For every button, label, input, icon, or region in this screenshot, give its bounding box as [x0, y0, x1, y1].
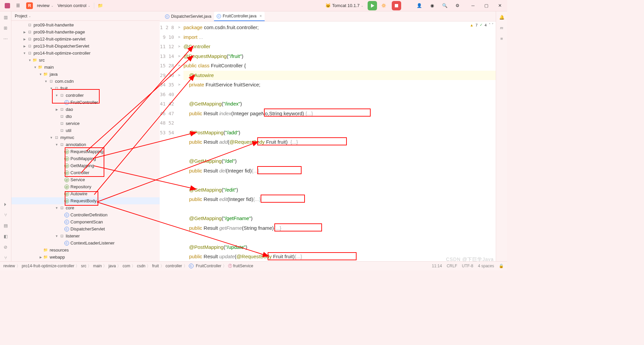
breadcrumb-item[interactable]: review — [3, 264, 15, 268]
class-icon: C — [217, 14, 221, 18]
ano-icon: @ — [64, 185, 69, 189]
project-tree[interactable]: ⊡pro09-fruit-handwrite⊡pro09-fruit-handw… — [11, 21, 160, 261]
breadcrumb-item[interactable]: src — [81, 264, 86, 268]
breadcrumb-item[interactable]: fruit — [152, 264, 159, 268]
tree-item-repository[interactable]: @Repository — [11, 183, 160, 190]
gutter: 1 2 8 9 10 11 12 13 14 15 28 29 30 34 35… — [160, 21, 178, 261]
terminal-icon[interactable]: ⏵ — [2, 200, 9, 208]
more-tools-icon[interactable]: ⋯ — [2, 35, 9, 42]
project-badge[interactable]: R — [24, 1, 35, 10]
tree-label: pro12-fruit-optimize-servlet — [34, 37, 86, 42]
tree-label: annotation — [66, 142, 86, 147]
tree-label: PostMapping — [70, 156, 96, 161]
breadcrumb-item[interactable]: pro14-fruit-optimize-controller — [22, 264, 74, 268]
cls-icon: C — [64, 241, 69, 246]
tree-item-getmapping[interactable]: @GetMapping — [11, 162, 160, 169]
tree-item-main[interactable]: 📁main — [11, 64, 160, 71]
debug-icon[interactable]: 🔅 — [379, 1, 388, 10]
search-icon[interactable]: 🔍 — [440, 1, 449, 10]
tree-label: ComponentScan — [70, 219, 103, 224]
readonly-icon[interactable]: 🔒 — [499, 264, 504, 268]
ano-icon: @ — [64, 192, 69, 196]
branch-dropdown[interactable]: review ⌄ — [35, 1, 56, 10]
notifications-icon[interactable]: 🔔 — [498, 13, 505, 21]
tree-item-service[interactable]: ⊡service — [11, 120, 160, 127]
cls-icon: C — [64, 227, 69, 231]
breadcrumb-item[interactable]: main — [93, 264, 102, 268]
breadcrumb-item[interactable]: csdn — [137, 264, 145, 268]
tree-item-autowire[interactable]: @Autowire — [11, 190, 160, 197]
breadcrumb-item[interactable]: ⓕ fruitService — [228, 263, 253, 269]
cls-icon: C — [64, 220, 69, 224]
tree-item-pro09-fruit-handwrite[interactable]: ⊡pro09-fruit-handwrite — [11, 21, 160, 28]
tree-item-service[interactable]: @Service — [11, 176, 160, 183]
tree-item-util[interactable]: ⊡util — [11, 127, 160, 134]
tree-item-com-csdn[interactable]: ⊡com.csdn — [11, 78, 160, 85]
open-icon[interactable]: 📁 — [96, 1, 105, 10]
menu-icon[interactable]: ☰ — [13, 1, 23, 10]
structure-tool-icon[interactable]: ⊞ — [2, 24, 9, 31]
tree-item-mymvc[interactable]: ⊡mymvc — [11, 134, 160, 141]
tree-item-core[interactable]: ⊡core — [11, 204, 160, 211]
pkg-icon: ⊡ — [59, 93, 64, 98]
tab-fruitcontroller-java[interactable]: CFruitController.java× — [214, 12, 265, 21]
settings-icon[interactable]: ⚙ — [453, 1, 462, 10]
tree-item-fruitcontroller[interactable]: CFruitController — [11, 99, 160, 106]
services-icon[interactable]: ◧ — [2, 232, 9, 240]
tree-item-fruit[interactable]: ⊡fruit — [11, 85, 160, 92]
user-icon[interactable]: 👤 — [415, 1, 424, 10]
tree-item-pro13-fruit-dispatcherservlet[interactable]: ⊡pro13-fruit-DispatcherServlet — [11, 43, 160, 50]
code-area[interactable]: 1 2 8 9 10 11 12 13 14 15 28 29 30 34 35… — [160, 21, 507, 261]
tree-label: java — [50, 72, 58, 77]
fold-icon: 📁 — [43, 72, 48, 77]
tree-item-controller[interactable]: @Controller — [11, 169, 160, 176]
close-window-icon[interactable]: ✕ — [495, 1, 504, 10]
breadcrumb-item[interactable]: com — [122, 264, 130, 268]
tree-item-postmapping[interactable]: @PostMapping — [11, 155, 160, 162]
tree-label: ContextLoaderListener — [70, 240, 115, 246]
tree-item-annotation[interactable]: ⊡annotation — [11, 141, 160, 148]
fold-column[interactable]: > > > > > > > — [178, 21, 183, 261]
tree-item-resources[interactable]: 📁resources — [11, 247, 160, 254]
tree-item-requestbody[interactable]: @RequestBody — [11, 197, 160, 204]
tree-item-pro09-fruit-handwrite-page[interactable]: ⊡pro09-fruit-handwrite-page — [11, 28, 160, 36]
tree-item-pro12-fruit-optimize-servlet[interactable]: ⊡pro12-fruit-optimize-servlet — [11, 36, 160, 43]
tree-item-src[interactable]: 📁src — [11, 57, 160, 64]
tree-label: resources — [50, 248, 69, 253]
breadcrumb-item[interactable]: controller — [166, 264, 182, 268]
tree-item-controller[interactable]: ⊡controller — [11, 92, 160, 99]
tree-item-dispatcherservlet[interactable]: CDispatcherServlet — [11, 225, 160, 232]
maximize-icon[interactable]: ▢ — [482, 1, 491, 10]
run-config-dropdown[interactable]: 🐱Tomcat 10.1.7 ⌄ — [323, 1, 366, 10]
tree-item-pro14-fruit-optimize-controller[interactable]: ⊡pro14-fruit-optimize-controller — [11, 50, 160, 57]
problems-icon[interactable]: ⊘ — [2, 243, 9, 251]
app-logo-icon[interactable] — [3, 1, 12, 10]
project-tool-icon[interactable]: ▥ — [2, 13, 9, 21]
tree-item-contextloaderlistener[interactable]: CContextLoaderListener — [11, 239, 160, 247]
fold-icon: 📁 — [32, 58, 38, 63]
tree-item-componentscan[interactable]: CComponentScan — [11, 218, 160, 225]
run-button[interactable] — [368, 1, 377, 10]
code-text[interactable]: package com.csdn.fruit.controller; impor… — [183, 21, 507, 261]
vcs-tool-icon[interactable]: ⑂ — [2, 254, 9, 261]
sidebar-header[interactable]: Project ⌄ — [11, 11, 160, 21]
tree-item-dto[interactable]: ⊡dto — [11, 113, 160, 120]
breadcrumb-item[interactable]: CFruitController — [189, 264, 221, 268]
breadcrumb-item[interactable]: java — [108, 264, 116, 268]
cww-icon[interactable]: ◉ — [427, 1, 437, 10]
tab-label: FruitController.java — [223, 14, 257, 18]
branch-name: review — [37, 3, 50, 8]
stop-button[interactable] — [392, 1, 401, 10]
git-icon[interactable]: ⑂ — [2, 211, 9, 218]
close-tab-icon[interactable]: × — [260, 14, 262, 18]
minimize-icon[interactable]: ─ — [468, 1, 478, 10]
vcs-dropdown[interactable]: Version control ⌄ — [56, 1, 93, 10]
tree-item-listener[interactable]: ⊡listener — [11, 232, 160, 239]
tree-item-webapp[interactable]: 📁webapp — [11, 254, 160, 261]
tree-item-requestmapping[interactable]: @RequestMapping — [11, 148, 160, 155]
tree-item-java[interactable]: 📁java — [11, 71, 160, 78]
tab-dispatcherservlet-java[interactable]: CDispatcherServlet.java — [162, 12, 214, 21]
tree-item-controllerdefinition[interactable]: CControllerDefinition — [11, 211, 160, 218]
build-icon[interactable]: ▤ — [2, 222, 9, 229]
tree-item-dao[interactable]: ⊡dao — [11, 106, 160, 113]
